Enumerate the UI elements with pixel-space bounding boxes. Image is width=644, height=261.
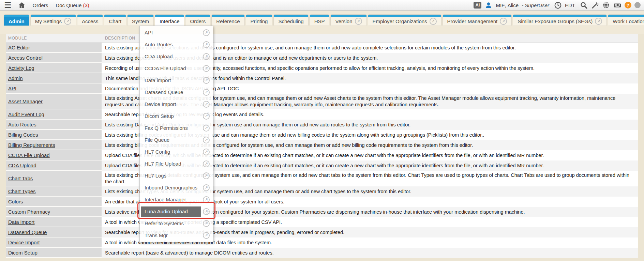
permalink-icon[interactable]: ↗ [203, 196, 210, 203]
permalink-icon[interactable]: ↗ [203, 208, 210, 215]
module-cell: Asset Manager [6, 94, 102, 109]
tab-similar-exposure-groups-segs[interactable]: Similar Exposure Groups (SEGs)↗ [513, 15, 606, 26]
permalink-icon[interactable]: ↗ [595, 18, 602, 25]
ai-badge[interactable]: AI [474, 2, 481, 9]
menu-item-interface-manager[interactable]: Interface Manager↗ [140, 194, 213, 205]
menu-item-hl7-file-upload[interactable]: HL7 File Upload↗ [140, 158, 213, 170]
tab-reference[interactable]: Reference [212, 15, 244, 26]
permalink-icon[interactable]: ↗ [203, 89, 210, 96]
clock-icon[interactable] [554, 1, 562, 9]
permalink-icon[interactable]: ↗ [355, 18, 362, 25]
menu-item-api[interactable]: API↗ [140, 27, 213, 39]
tab-employer-organizations[interactable]: Employer Organizations↗ [368, 15, 441, 26]
tab-strip: AdminMy Settings↗AccessChartSystemInterf… [4, 15, 644, 26]
module-link-ac-editor[interactable]: AC Editor [8, 45, 30, 50]
tab-access[interactable]: Access [77, 15, 103, 26]
tab-printing[interactable]: Printing [246, 15, 272, 26]
permalink-icon[interactable]: ↗ [203, 53, 210, 60]
permalink-icon[interactable]: ↗ [64, 18, 71, 25]
menu-item-fax-q-permissions[interactable]: Fax Q Permissions↗ [140, 122, 213, 134]
search-icon[interactable] [580, 1, 588, 9]
module-link-chart-tabs[interactable]: Chart Tabs [8, 175, 33, 181]
tab-work-locations[interactable]: Work Locations↗ [608, 15, 644, 26]
menu-item-data-import[interactable]: Data import↗ [140, 74, 213, 86]
permalink-icon[interactable]: ↗ [203, 125, 210, 132]
keyboard-icon[interactable] [613, 1, 621, 9]
permalink-icon[interactable]: ↗ [203, 29, 210, 36]
module-link-datasend-queue[interactable]: Datasend Queue [8, 229, 47, 235]
tab-my-settings[interactable]: My Settings↗ [31, 15, 76, 26]
menu-item-ccda-file-upload[interactable]: CCDA File Upload↗ [140, 62, 213, 74]
permalink-icon[interactable]: ↗ [203, 41, 210, 48]
tab-provider-management[interactable]: Provider Management↗ [443, 15, 512, 26]
permalink-icon[interactable]: ↗ [203, 184, 210, 191]
breadcrumb-orders[interactable]: Orders [33, 2, 48, 8]
tab-admin[interactable]: Admin [4, 15, 29, 26]
module-link-api[interactable]: API [8, 86, 16, 91]
module-link-asset-manager[interactable]: Asset Manager [8, 98, 43, 104]
tab-version[interactable]: Version↗ [331, 15, 366, 26]
permalink-icon[interactable]: ↗ [203, 172, 210, 179]
magic-wand-icon[interactable] [591, 1, 599, 9]
table-row: Auto RoutesLists existing Datasend Auto … [6, 120, 638, 130]
module-link-device-import[interactable]: Device Import [8, 240, 40, 245]
module-link-colors[interactable]: Colors [8, 199, 23, 204]
module-link-billing-codes[interactable]: Billing Codes [8, 132, 38, 138]
module-link-access-control[interactable]: Access Control [8, 55, 43, 61]
menu-item-label: Datasend Queue [141, 89, 203, 95]
permalink-icon[interactable]: ↗ [203, 77, 210, 84]
menu-item-datasend-queue[interactable]: Datasend Queue↗ [140, 86, 213, 98]
module-link-auto-routes[interactable]: Auto Routes [8, 122, 36, 127]
table-row: Datasend QueueSearchable report to view … [6, 227, 638, 237]
module-link-activity-log[interactable]: Activity Log [8, 65, 34, 71]
permalink-icon[interactable]: ↗ [203, 220, 210, 227]
menu-item-auto-routes[interactable]: Auto Routes↗ [140, 39, 213, 50]
menu-item-luna-audio-upload[interactable]: Luna Audio Upload↗ [140, 205, 213, 217]
permalink-icon[interactable]: ↗ [203, 101, 210, 108]
module-link-data-import[interactable]: Data import [8, 219, 35, 225]
module-link-chart-types[interactable]: Chart Types [8, 188, 36, 194]
tab-chart[interactable]: Chart [104, 15, 126, 26]
menu-item-inbound-demographics[interactable]: Inbound Demographics↗ [140, 182, 213, 194]
hamburger-menu-icon[interactable]: ☰ [3, 1, 13, 9]
tab-hsp[interactable]: HSP [310, 15, 329, 26]
permalink-icon[interactable]: ↗ [203, 137, 210, 143]
user-avatar-icon[interactable] [484, 1, 493, 9]
breadcrumb: Orders Doc Queue (3) [33, 2, 89, 8]
module-link-ccda-file-upload[interactable]: CCDA File Upload [8, 152, 50, 158]
menu-item-label: Data import [141, 77, 203, 83]
menu-item-file-queue[interactable]: File Queue↗ [140, 134, 213, 146]
permalink-icon[interactable]: ↗ [203, 113, 210, 120]
menu-item-hl7-config[interactable]: HL7 Config↗ [140, 146, 213, 158]
menu-item-refer-to-systems[interactable]: Refer to Systems↗ [140, 217, 213, 229]
tab-system[interactable]: System [128, 15, 153, 26]
menu-item-cda-upload[interactable]: CDA Upload↗ [140, 50, 213, 62]
module-cell: Chart Types [6, 186, 102, 197]
permalink-icon[interactable]: ↗ [203, 149, 210, 155]
permalink-icon[interactable]: ↗ [203, 160, 210, 167]
home-icon[interactable] [18, 1, 26, 9]
module-link-cda-upload[interactable]: CDA Upload [8, 163, 36, 168]
module-link-dicom-setup[interactable]: Dicom Setup [8, 250, 38, 256]
module-link-admin[interactable]: Admin [8, 75, 23, 81]
permalink-icon[interactable]: ↗ [203, 232, 210, 239]
user-name[interactable]: MIE, Alice [496, 2, 519, 8]
user-role: - SuperUser [522, 2, 549, 8]
module-link-audit-event-log[interactable]: Audit Event Log [8, 111, 44, 117]
permalink-icon[interactable]: ↗ [430, 18, 437, 25]
globe-icon[interactable] [602, 1, 610, 9]
module-link-custom-pharmacy[interactable]: Custom Pharmacy [8, 209, 50, 215]
permalink-icon[interactable]: ↗ [203, 65, 210, 72]
tab-scheduling[interactable]: Scheduling [274, 15, 308, 26]
menu-item-hl7-logs[interactable]: HL7 Logs↗ [140, 170, 213, 182]
menu-item-dicom-setup[interactable]: Dicom Setup↗ [140, 110, 213, 122]
permalink-icon[interactable]: ↗ [500, 18, 507, 25]
help-icon[interactable]: ? [625, 2, 631, 9]
breadcrumb-doc-queue[interactable]: Doc Queue (3) [56, 2, 89, 8]
module-link-billing-requirements[interactable]: Billing Requirements [8, 142, 55, 148]
menu-item-trans-mgr[interactable]: Trans Mgr↗ [140, 229, 213, 241]
menu-item-device-import[interactable]: Device Import↗ [140, 98, 213, 110]
tab-interface[interactable]: Interface [155, 15, 184, 26]
menu-item-label: Trans Mgr [141, 232, 203, 238]
tab-orders[interactable]: Orders [185, 15, 210, 26]
